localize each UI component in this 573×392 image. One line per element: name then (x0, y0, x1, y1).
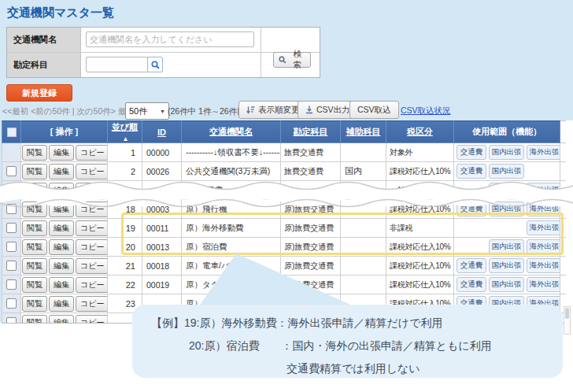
callout-line-3: 交通費精算では利用しない (132, 357, 563, 380)
scrollbar-thumb[interactable] (565, 308, 569, 319)
usage-badge-slot: 海外出張 (527, 202, 560, 216)
column-header-name[interactable]: 交通機関名 (182, 121, 281, 143)
csv-import-button[interactable]: CSV取込 (349, 101, 399, 119)
sub-account-cell: 国内 (341, 162, 386, 181)
edit-button[interactable]: 編集 (49, 145, 74, 161)
gutter-cell (560, 200, 567, 219)
table-row: 閲覧編集コピー2200019原）タクシー原)旅費交通費課税対応仕入10%交通費国… (2, 276, 567, 294)
column-header-account[interactable]: 勘定科目 (281, 121, 341, 143)
row-checkbox[interactable] (6, 279, 17, 290)
row-checkbox[interactable] (6, 261, 17, 271)
csv-import-status-link[interactable]: CSV取込状況 (401, 105, 451, 116)
transport-table: [ 操作 ] 並び順▲ ID 交通機関名 勘定科目 補助科目 税区分 使用範囲（… (2, 120, 566, 324)
name-cell: 公共交通機関(3万未満) (182, 162, 281, 181)
edit-button[interactable]: 編集 (49, 183, 74, 198)
edit-button[interactable]: 編集 (49, 296, 74, 312)
search-button[interactable]: 検索 (273, 52, 311, 68)
usage-badge: 国内出張 (489, 183, 524, 198)
edit-button[interactable]: 編集 (49, 277, 74, 293)
row-checkbox[interactable] (6, 317, 17, 324)
gutter-cell (560, 257, 567, 276)
column-header-order[interactable]: 並び順▲ (108, 121, 142, 143)
copy-button[interactable]: コピー (76, 164, 108, 179)
column-header-tax[interactable]: 税区分 (386, 121, 454, 143)
edit-button[interactable]: 編集 (49, 239, 74, 255)
new-registration-button[interactable]: 新規登録 (6, 84, 72, 102)
view-button[interactable]: 閲覧 (22, 296, 47, 312)
order-cell: 18 (108, 200, 142, 219)
column-header-sub-account[interactable]: 補助科目 (341, 121, 386, 143)
checkbox-cell (2, 294, 21, 313)
account-cell: 旅… (281, 181, 341, 200)
edit-button[interactable]: 編集 (49, 164, 74, 179)
pagination-links[interactable]: <<最初 <前の50件 | 次の50件> 最後>> (2, 106, 144, 117)
actions-cell: 閲覧編集コピー (21, 143, 108, 162)
edit-button[interactable]: 編集 (49, 220, 74, 236)
view-button[interactable]: 閲覧 (22, 315, 47, 324)
view-button[interactable]: 閲覧 (22, 258, 47, 274)
gutter-cell (560, 181, 567, 200)
tax-cell: 課税対応仕入10% (386, 200, 454, 219)
view-button[interactable]: 閲覧 (22, 202, 47, 217)
view-button[interactable]: 閲覧 (22, 239, 47, 255)
copy-button[interactable]: コピー (76, 183, 108, 198)
copy-button[interactable]: コピー (76, 277, 108, 293)
table-row: 閲覧編集コピー2100018原）電車/バス原)旅費交通費課税対応仕入10%交通費… (2, 257, 567, 276)
view-button[interactable]: 閲覧 (22, 220, 47, 236)
usage-badge: 交通費 (457, 145, 486, 160)
row-checkbox[interactable] (6, 204, 17, 214)
row-checkbox[interactable] (6, 242, 17, 252)
account-lookup-button[interactable] (147, 57, 163, 72)
view-button[interactable]: 閲覧 (22, 145, 47, 161)
actions-cell: 閲覧編集コピー (21, 294, 108, 313)
id-cell: 00026 (142, 162, 182, 181)
copy-button[interactable]: コピー (76, 258, 108, 274)
column-header-select-all[interactable] (2, 121, 21, 143)
account-input[interactable] (86, 57, 149, 72)
select-all-checkbox[interactable] (7, 128, 17, 137)
row-checkbox[interactable] (6, 223, 17, 233)
actions-cell: 閲覧編集コピー (21, 238, 108, 257)
vertical-scrollbar[interactable] (564, 306, 571, 335)
table-row: 閲覧編集コピー100000----------↓領収書不要↓-------…旅費… (2, 143, 567, 162)
copy-button[interactable]: コピー (76, 145, 108, 161)
row-checkbox[interactable] (6, 298, 17, 309)
view-button[interactable]: 閲覧 (22, 164, 47, 179)
usage-cell: 交通費国内出張海外出張 (454, 143, 560, 162)
transport-master-page: 交通機関マスタ一覧 交通機関名 勘定科目 (0, 0, 573, 392)
gutter-cell (560, 143, 567, 162)
usage-cell: 国内出張海外出張 (454, 238, 560, 257)
sort-order-button-label: 表示順変更 (258, 105, 300, 116)
transport-table-wrap: [ 操作 ] 並び順▲ ID 交通機関名 勘定科目 補助科目 税区分 使用範囲（… (2, 120, 566, 324)
copy-button[interactable]: コピー (76, 220, 108, 236)
edit-button[interactable]: 編集 (49, 315, 74, 324)
usage-badge: 海外出張 (527, 202, 560, 216)
actions-cell: 閲覧編集コピー (21, 162, 108, 181)
table-row: 閲覧編集コピー2000013原）宿泊費原)旅費交通費課税対応仕入10%国内出張海… (2, 238, 567, 257)
copy-button[interactable]: コピー (76, 296, 108, 312)
csv-export-button-label: CSV出力 (316, 105, 350, 116)
id-cell: 00011 (142, 219, 182, 238)
order-cell: 20 (108, 238, 142, 257)
usage-cell: 海外出張 (454, 219, 560, 238)
copy-button[interactable]: コピー (76, 202, 108, 217)
edit-button[interactable]: 編集 (49, 258, 74, 274)
transport-name-input[interactable] (86, 31, 254, 47)
view-button[interactable]: 閲覧 (22, 183, 47, 198)
row-checkbox[interactable] (6, 185, 17, 195)
sub-account-cell (341, 238, 386, 257)
column-header-id[interactable]: ID (142, 121, 182, 143)
tax-cell: 課税対応仕入10% (386, 162, 454, 181)
copy-button[interactable]: コピー (76, 239, 108, 255)
usage-badge-slot: 交通費 (457, 202, 486, 216)
name-cell: 原）飛行機 (182, 200, 281, 219)
table-row: 閲覧編集コピー200026公共交通機関(3万未満)旅費交通費国内課税対応仕入10… (2, 162, 567, 181)
per-page-select[interactable]: 50件 ▼ (125, 102, 169, 120)
actions-cell: 閲覧編集コピー (21, 219, 108, 238)
row-checkbox[interactable] (6, 166, 17, 176)
edit-button[interactable]: 編集 (49, 202, 74, 217)
view-button[interactable]: 閲覧 (22, 277, 47, 293)
usage-badge-slot: 海外出張 (527, 145, 560, 160)
copy-button[interactable]: コピー (76, 315, 108, 324)
table-row: 閲覧編集コピー1800003原）飛行機原)旅費交通費課税対応仕入10%交通費国内… (2, 200, 567, 219)
